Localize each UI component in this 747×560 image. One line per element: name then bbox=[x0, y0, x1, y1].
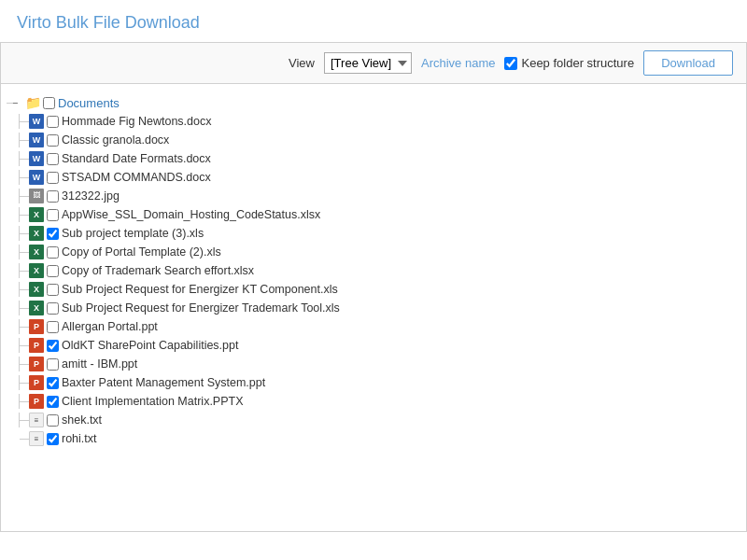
file-name: Sub project template (3).xls bbox=[62, 227, 204, 240]
file-checkbox[interactable] bbox=[47, 433, 59, 445]
file-type-icon: X bbox=[29, 207, 44, 222]
file-checkbox[interactable] bbox=[47, 302, 59, 315]
file-checkbox[interactable] bbox=[47, 134, 59, 147]
toolbar: View [Tree View][Flat View] Archive name… bbox=[0, 42, 747, 84]
file-name: Copy of Portal Template (2).xls bbox=[62, 245, 221, 259]
keep-folder-label[interactable]: Keep folder structure bbox=[504, 56, 634, 70]
file-name: AppWise_SSL_Domain_Hosting_CodeStatus.xl… bbox=[62, 208, 320, 221]
list-item: W Standard Date Formats.docx bbox=[7, 149, 740, 168]
file-checkbox[interactable] bbox=[47, 321, 59, 333]
list-item: 🖼 312322.jpg bbox=[7, 187, 740, 205]
list-item: P OldKT SharePoint Capabilities.ppt bbox=[7, 336, 740, 355]
file-checkbox[interactable] bbox=[47, 358, 59, 371]
file-checkbox[interactable] bbox=[47, 153, 59, 165]
archive-name-link[interactable]: Archive name bbox=[421, 56, 495, 70]
list-item: P Baxter Patent Management System.ppt bbox=[7, 373, 740, 392]
file-checkbox[interactable] bbox=[47, 396, 59, 408]
file-checkbox[interactable] bbox=[47, 284, 59, 296]
file-name: Allergan Portal.ppt bbox=[62, 320, 158, 333]
file-name: shek.txt bbox=[62, 413, 102, 427]
list-item: P amitt - IBM.ppt bbox=[7, 355, 740, 373]
keep-folder-checkbox[interactable] bbox=[504, 57, 517, 70]
file-checkbox[interactable] bbox=[47, 190, 59, 203]
file-name: Copy of Trademark Search effort.xlsx bbox=[62, 264, 254, 277]
file-name: 312322.jpg bbox=[62, 189, 120, 203]
list-item: W Hommade Fig Newtons.docx bbox=[7, 112, 740, 131]
file-checkbox[interactable] bbox=[47, 116, 59, 128]
file-type-icon: P bbox=[29, 394, 44, 409]
tree-expand-icon[interactable]: − bbox=[12, 97, 23, 108]
file-checkbox[interactable] bbox=[47, 246, 59, 259]
file-type-icon: P bbox=[29, 319, 44, 334]
file-type-icon: X bbox=[29, 301, 44, 315]
list-item: X Copy of Portal Template (2).xls bbox=[7, 243, 740, 261]
file-checkbox[interactable] bbox=[47, 209, 59, 221]
file-name: Standard Date Formats.docx bbox=[62, 152, 211, 165]
list-item: W Classic granola.docx bbox=[7, 131, 740, 149]
file-type-icon: W bbox=[29, 133, 44, 147]
file-name: amitt - IBM.ppt bbox=[62, 357, 137, 371]
tree-root-item: − 📁 Documents W Hommade Fig Newtons.docx… bbox=[7, 93, 740, 448]
file-checkbox[interactable] bbox=[47, 265, 59, 277]
file-type-icon: W bbox=[29, 151, 44, 166]
file-name: Hommade Fig Newtons.docx bbox=[62, 115, 211, 128]
file-type-icon: X bbox=[29, 226, 44, 241]
folder-icon: 📁 bbox=[25, 95, 40, 110]
list-item: ≡ shek.txt bbox=[7, 411, 740, 429]
file-checkbox[interactable] bbox=[47, 414, 59, 427]
file-type-icon: ≡ bbox=[29, 431, 44, 446]
view-label: View bbox=[289, 56, 315, 70]
list-item: X Copy of Trademark Search effort.xlsx bbox=[7, 261, 740, 280]
file-type-icon: P bbox=[29, 338, 44, 353]
view-select[interactable]: [Tree View][Flat View] bbox=[324, 52, 412, 74]
list-item: X Sub Project Request for Energizer KT C… bbox=[7, 280, 740, 299]
file-name: Client Implementation Matrix.PPTX bbox=[62, 395, 244, 408]
file-checkbox[interactable] bbox=[47, 340, 59, 352]
file-checkbox[interactable] bbox=[47, 377, 59, 389]
file-name: Sub Project Request for Energizer KT Com… bbox=[62, 283, 338, 296]
file-name: Classic granola.docx bbox=[62, 133, 169, 147]
list-item: ≡ rohi.txt bbox=[7, 429, 740, 448]
list-item: X Sub Project Request for Energizer Trad… bbox=[7, 299, 740, 317]
file-type-icon: ≡ bbox=[29, 413, 44, 427]
file-type-icon: X bbox=[29, 245, 44, 259]
folder-checkbox[interactable] bbox=[43, 97, 55, 109]
list-item: X AppWise_SSL_Domain_Hosting_CodeStatus.… bbox=[7, 205, 740, 224]
file-type-icon: 🖼 bbox=[29, 189, 44, 203]
content-area: − 📁 Documents W Hommade Fig Newtons.docx… bbox=[0, 84, 747, 532]
file-type-icon: P bbox=[29, 357, 44, 371]
file-name: Sub Project Request for Energizer Tradem… bbox=[62, 301, 340, 315]
file-type-icon: W bbox=[29, 170, 44, 185]
file-name: OldKT SharePoint Capabilities.ppt bbox=[62, 339, 238, 352]
page-title: Virto Bulk File Download bbox=[0, 0, 747, 42]
file-name: rohi.txt bbox=[62, 432, 97, 445]
file-name: Baxter Patent Management System.ppt bbox=[62, 376, 265, 389]
list-item: P Client Implementation Matrix.PPTX bbox=[7, 392, 740, 411]
download-button[interactable]: Download bbox=[643, 50, 733, 76]
tree-root: − 📁 Documents W Hommade Fig Newtons.docx… bbox=[7, 93, 740, 448]
list-item: X Sub project template (3).xls bbox=[7, 224, 740, 243]
list-item: W STSADM COMMANDS.docx bbox=[7, 168, 740, 187]
file-name: STSADM COMMANDS.docx bbox=[62, 171, 211, 184]
list-item: P Allergan Portal.ppt bbox=[7, 317, 740, 336]
tree-children: W Hommade Fig Newtons.docx W Classic gra… bbox=[7, 112, 740, 448]
file-type-icon: W bbox=[29, 114, 44, 129]
file-type-icon: P bbox=[29, 375, 44, 390]
folder-name: Documents bbox=[58, 96, 120, 110]
file-checkbox[interactable] bbox=[47, 228, 59, 240]
file-type-icon: X bbox=[29, 263, 44, 278]
file-type-icon: X bbox=[29, 282, 44, 297]
file-checkbox[interactable] bbox=[47, 172, 59, 184]
